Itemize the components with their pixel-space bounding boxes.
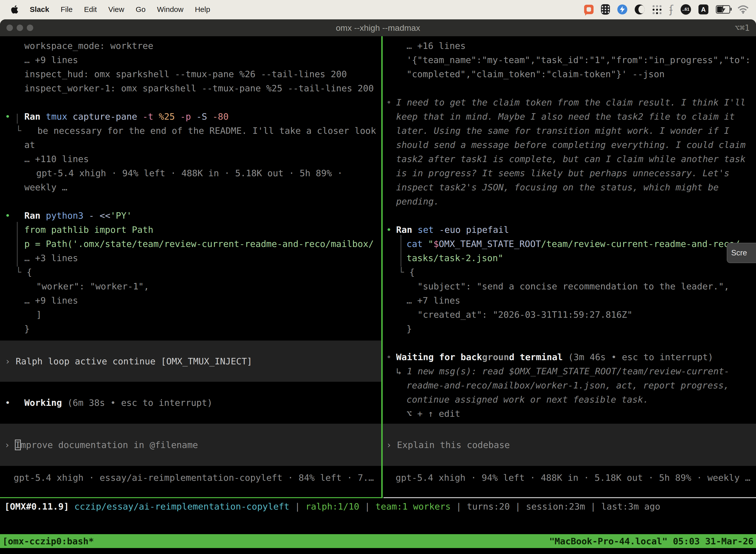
text-segment: ↳ [396, 366, 407, 376]
terminal-line: ] [0, 308, 381, 322]
app-grid-icon[interactable] [652, 4, 662, 14]
text-segment: readme-and-reco/mailbox/worker-1.json, a… [406, 380, 729, 390]
pane-right-output: … +16 lines'{"team_name":"my-team","task… [383, 36, 756, 421]
text-segment: Explain this codebase [397, 440, 510, 450]
sync-badge-icon[interactable] [617, 4, 627, 14]
text-segment: continue assigned work or next feasible … [406, 394, 648, 404]
menu-item-view[interactable]: View [108, 5, 124, 14]
menu-item-window[interactable]: Window [157, 5, 184, 14]
text-segment: Working [24, 398, 67, 408]
wifi-icon[interactable] [738, 5, 749, 14]
menu-item-file[interactable]: File [61, 5, 72, 14]
terminal-content: workspace_mode: worktree… +9 linesinspec… [0, 36, 756, 554]
text-segment: " [428, 239, 434, 249]
text-segment: "completed","claim_token":"claim-token"}… [406, 69, 665, 79]
terminal-line: is in progress? It seems likely but perh… [383, 166, 756, 180]
pane-left-output: workspace_mode: worktree… +9 linesinspec… [0, 36, 381, 336]
text-segment: … +7 lines [406, 295, 460, 306]
terminal-line [383, 209, 756, 223]
text-segment: weekly … [24, 182, 67, 192]
terminal-line: … +7 lines [383, 293, 756, 308]
block-connector-line [400, 235, 401, 267]
window-shortcut: ⌥⌘1 [735, 23, 750, 33]
text-segment: } [24, 324, 30, 334]
ralph-loop-banner: › Ralph loop active continue [OMX_TMUX_I… [0, 340, 381, 382]
menu-item-help[interactable]: Help [195, 5, 210, 14]
text-segment: [OMX#0.11.9] [4, 501, 69, 511]
text-segment: | [290, 501, 306, 511]
prompt-input-right[interactable]: › Explain this codebase [383, 424, 756, 466]
battery-charging-icon[interactable] [716, 5, 730, 14]
terminal-line: should send a message before completing … [383, 138, 756, 152]
terminal-line: "worker": "worker-1", [0, 279, 381, 293]
text-segment: ] [36, 310, 42, 320]
model-status-left: gpt-5.4 xhigh · essay/ai-reimplementatio… [0, 470, 381, 485]
crescent-app-icon[interactable] [635, 4, 645, 14]
menu-item-edit[interactable]: Edit [84, 5, 97, 14]
terminal-line: p = Path('.omx/state/team/review-current… [0, 237, 381, 251]
gauge-badge-count: ..61 [682, 7, 689, 12]
menu-item-slack[interactable]: Slack [30, 5, 49, 14]
menu-bar: SlackFileEditViewGoWindowHelp ʄ ..61 A [0, 0, 756, 19]
terminal-line: keep that in mind. Maybe I also need the… [383, 109, 756, 124]
minimize-button[interactable] [17, 24, 23, 31]
tmux-session-label: [omx-cczip0:bash* [2, 536, 94, 546]
text-segment: task2 after task1 is complete, but can I… [396, 154, 746, 164]
text-segment: inspect_worker-1: omx sparkshell --tmux-… [24, 83, 374, 93]
prompt-input-left[interactable]: › Improve documentation in @filename [0, 424, 381, 466]
text-segment: from pathlib import Path [24, 225, 153, 235]
text-segment: Ran [396, 225, 418, 235]
terminal-line [0, 195, 381, 209]
omx-status-line: [OMX#0.11.9] cczip/essay/ai-reimplementa… [4, 499, 660, 513]
terminal-line: continue assigned work or next feasible … [383, 392, 756, 406]
text-segment: } [406, 324, 412, 334]
text-segment: (6m 38s • esc to interrupt) [67, 398, 212, 408]
chat-app-icon[interactable] [584, 5, 593, 14]
grid-shield-icon[interactable] [601, 4, 610, 15]
terminal-line: •Ran tmux capture-pane -t %25 -p -S -80 [0, 109, 381, 124]
terminal-line: gpt-5.4 xhigh · 94% left · 488K in · 5.1… [0, 166, 381, 180]
text-segment: tmux [46, 111, 73, 122]
terminal-line: inspect_worker-1: omx sparkshell --tmux-… [0, 81, 381, 95]
text-segment: 'PY' [110, 211, 132, 221]
keyboard-a-icon[interactable]: A [698, 4, 708, 14]
menu-bar-left: SlackFileEditViewGoWindowHelp [0, 5, 210, 14]
close-button[interactable] [6, 24, 13, 31]
text-segment: inspect_hud: omx sparkshell --tmux-pane … [24, 69, 347, 79]
terminal-line: •I need to get the claim token from the … [383, 95, 756, 109]
model-status-right: gpt-5.4 xhigh · 94% left · 488K in · 5.1… [383, 470, 756, 485]
apple-menu-icon[interactable] [11, 5, 18, 14]
text-segment: … +3 lines [24, 253, 78, 263]
text-segment: -S [196, 111, 212, 122]
terminal-pane-right: … +16 lines'{"team_name":"my-team","task… [383, 36, 756, 497]
text-segment: p = Path('.omx/state/team/review-current… [24, 239, 374, 249]
terminal-line: inspect_hud: omx sparkshell --tmux-pane … [0, 67, 381, 81]
text-segment: pipefail [466, 225, 509, 235]
terminal-line: ⌥ + ↑ edit [383, 406, 756, 421]
text-segment: /team/review-current-readme-and-reco/ [541, 239, 740, 249]
menu-item-go[interactable]: Go [136, 5, 145, 14]
hook-app-icon[interactable]: ʄ [670, 4, 673, 14]
block-connector-line [17, 222, 18, 267]
menu-bar-status-icons: ʄ ..61 A [584, 4, 756, 15]
window-title-bar[interactable]: omx --xhigh --madmax ⌥⌘1 [0, 19, 756, 36]
text-segment: pending. [396, 196, 439, 207]
text-segment: cat [406, 239, 428, 249]
text-segment: team:1 workers [376, 501, 451, 511]
text-segment: %25 [159, 111, 180, 122]
terminal-line: "created_at": "2026-03-31T11:59:27.816Z" [383, 308, 756, 322]
gauge-badge-icon[interactable]: ..61 [681, 4, 691, 15]
text-segment: Ran [24, 111, 46, 122]
screen-share-tooltip: Scre [727, 243, 756, 263]
terminal-line: … +3 lines [0, 251, 381, 265]
terminal-line: … +110 lines [0, 152, 381, 166]
zoom-button[interactable] [27, 24, 33, 31]
pane-border-bottom-left [0, 497, 383, 498]
text-segment: 1 new msg(s): read $OMX_TEAM_STATE_ROOT/… [407, 366, 729, 376]
text-segment: $ [433, 239, 439, 249]
text-segment: gpt-5.4 xhigh · 94% left · 488K in · 5.1… [36, 168, 342, 178]
text-segment: be necessary for the end of the README. … [38, 126, 376, 136]
text-segment: Waiting for back [396, 352, 482, 362]
text-segment: is in progress? It seems likely but perh… [396, 168, 730, 178]
text-segment [69, 501, 74, 511]
